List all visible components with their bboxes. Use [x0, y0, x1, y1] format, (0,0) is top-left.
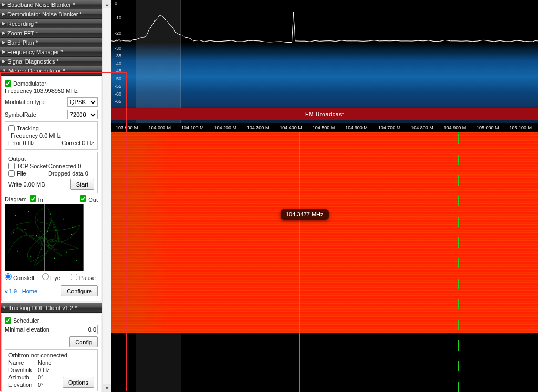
filter-bandwidth-region[interactable]	[136, 0, 181, 123]
connected-readout: Connected 0	[48, 163, 81, 169]
freq-tick: 104.900 M	[444, 125, 467, 130]
downlink-value: 0 Hz	[38, 367, 50, 373]
svg-point-16	[66, 252, 67, 253]
demodulator-label: Demodulator	[13, 80, 46, 87]
tcp-socket-checkbox[interactable]	[8, 163, 15, 169]
chevron-right-icon: ▶	[2, 49, 5, 54]
acc-frequency-manager[interactable]: ▶Frequency Manager *	[0, 47, 102, 57]
sidebar-scrollbar[interactable]: ▴ ▾	[102, 0, 111, 392]
band-plan-label: FM Broadcast	[305, 111, 344, 117]
acc-recording[interactable]: ▶Recording *	[0, 19, 102, 28]
name-label: Name	[8, 359, 38, 366]
acc-label: Zoom FFT *	[7, 30, 38, 36]
out-checkbox[interactable]	[80, 195, 86, 202]
orbitron-status: Orbitron not connected	[8, 352, 94, 358]
acc-label: Tracking DDE Client v1.2 *	[8, 305, 77, 311]
db-tick: -25	[115, 38, 121, 43]
pause-cb-wrap[interactable]: Pause	[71, 274, 96, 281]
acc-label: Demodulator Noise Blanker *	[7, 11, 82, 17]
version-link[interactable]: v.1.9 - Home	[5, 288, 37, 294]
svg-point-1	[28, 211, 29, 212]
modulation-select[interactable]: QPSK	[67, 97, 98, 107]
frequency-tooltip: 104.3477 MHz	[281, 209, 329, 220]
db-tick: -10	[115, 15, 121, 20]
db-tick: -55	[115, 84, 121, 89]
config-button[interactable]: Config	[69, 336, 98, 347]
out-label: Out	[88, 197, 98, 203]
freq-tick: 105.000 M	[477, 125, 499, 130]
file-label: File	[17, 170, 48, 177]
constellation-diagram	[5, 204, 84, 271]
file-checkbox[interactable]	[8, 170, 15, 177]
scroll-up-icon[interactable]: ▴	[103, 0, 111, 8]
min-elev-input[interactable]	[73, 325, 98, 334]
in-label: In	[38, 197, 43, 203]
constell-radio[interactable]	[5, 273, 12, 280]
svg-point-17	[76, 260, 77, 261]
frequency-readout: Frequency 103.998950 MHz	[5, 88, 78, 94]
chevron-down-icon: ▼	[2, 68, 6, 73]
svg-point-0	[15, 215, 16, 216]
acc-baseband-noise-blanker[interactable]: ▶Baseband Noise Blanker *	[0, 0, 102, 9]
chevron-right-icon: ▶	[2, 59, 5, 64]
chevron-right-icon: ▶	[2, 21, 5, 26]
freq-tick: 104.500 M	[313, 125, 335, 130]
frequency-ruler[interactable]: 103.900 M104.000 M104.100 M104.200 M104.…	[111, 123, 538, 132]
svg-point-11	[71, 234, 72, 235]
configure-button[interactable]: Configure	[61, 285, 98, 296]
freq-tick: 104.400 M	[280, 125, 302, 130]
acc-tracking-dde[interactable]: ▼Tracking DDE Client v1.2 *	[0, 303, 102, 313]
chevron-right-icon: ▶	[2, 40, 5, 45]
freq-tick: 104.600 M	[345, 125, 368, 130]
eye-radio[interactable]	[42, 273, 49, 280]
acc-label: Signal Diagnostics *	[7, 58, 59, 65]
symbolrate-select[interactable]: 72000	[67, 110, 98, 119]
eye-radio-wrap[interactable]: Eye	[42, 273, 60, 281]
db-tick: -60	[115, 91, 121, 97]
scroll-down-icon[interactable]: ▾	[103, 384, 111, 392]
tuned-frequency-line[interactable]	[160, 0, 160, 123]
svg-point-14	[41, 249, 42, 250]
pause-checkbox[interactable]	[71, 274, 77, 280]
freq-tick: 104.200 M	[214, 125, 236, 130]
main-display: 0-10-20-25-30-35-40-45-50-55-60-65-70-75…	[111, 0, 538, 392]
db-tick: -30	[115, 46, 121, 51]
demodulator-checkbox[interactable]	[5, 80, 11, 87]
freq-tick: 104.100 M	[181, 125, 204, 130]
svg-point-8	[36, 235, 37, 236]
pause-label: Pause	[79, 275, 96, 281]
options-button[interactable]: Options	[63, 377, 94, 388]
in-checkbox[interactable]	[30, 195, 36, 202]
start-button[interactable]: Start	[70, 179, 94, 190]
scheduler-checkbox[interactable]	[5, 317, 11, 324]
svg-point-3	[50, 214, 51, 215]
constell-label: Constell.	[13, 275, 36, 281]
plugin-sidebar: ▴ ▾ ▶Baseband Noise Blanker * ▶Demodulat…	[0, 0, 111, 392]
svg-point-15	[54, 258, 55, 259]
db-tick: -45	[115, 68, 121, 74]
waterfall-marker-2	[458, 132, 459, 392]
elevation-label: Elevation	[8, 381, 38, 388]
svg-point-10	[59, 238, 60, 239]
acc-meteor-demodulator[interactable]: ▼Meteor Demodulator *	[0, 66, 102, 76]
constell-radio-wrap[interactable]: Constell.	[5, 273, 36, 281]
spectrum-panel[interactable]: 0-10-20-25-30-35-40-45-50-55-60-65-70-75…	[111, 0, 538, 132]
acc-label: Frequency Manager *	[7, 49, 63, 55]
min-elev-label: Minimal elevation	[5, 326, 49, 333]
svg-point-2	[37, 220, 38, 221]
chevron-right-icon: ▶	[2, 2, 5, 7]
acc-demod-noise-blanker[interactable]: ▶Demodulator Noise Blanker *	[0, 9, 102, 19]
band-plan-strip: FM Broadcast	[111, 108, 538, 120]
acc-zoom-fft[interactable]: ▶Zoom FFT *	[0, 28, 102, 38]
acc-band-plan[interactable]: ▶Band Plan *	[0, 38, 102, 47]
tracking-checkbox[interactable]	[8, 125, 15, 131]
svg-point-7	[25, 229, 26, 230]
acc-signal-diagnostics[interactable]: ▶Signal Diagnostics *	[0, 57, 102, 66]
waterfall-panel[interactable]: 104.3477 MHz	[111, 132, 538, 392]
db-tick: -20	[115, 30, 121, 36]
name-value: None	[38, 359, 51, 366]
acc-label: Meteor Demodulator *	[8, 68, 65, 74]
acc-label: Band Plan *	[7, 39, 38, 46]
correct-readout: Correct 0 Hz	[61, 140, 94, 146]
modulation-label: Modulation type	[5, 99, 46, 105]
